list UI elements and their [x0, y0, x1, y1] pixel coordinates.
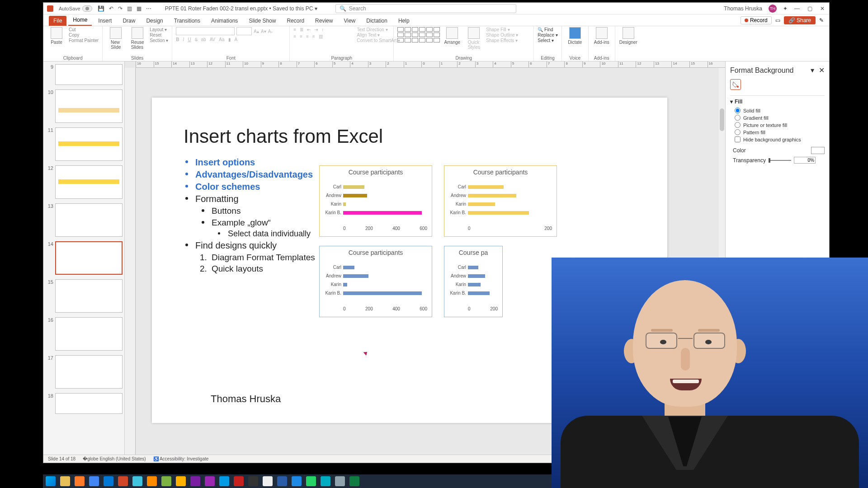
align-right-button[interactable]: ≡: [306, 34, 309, 39]
taskbar-app[interactable]: [147, 476, 157, 486]
italic-button[interactable]: I: [183, 37, 184, 42]
taskbar-app[interactable]: [75, 476, 85, 486]
search-input[interactable]: 🔍 Search: [335, 4, 516, 13]
accessibility-status[interactable]: ♿ Accessibility: Investigate: [153, 456, 209, 461]
thumbnail-10[interactable]: [55, 89, 123, 123]
quick-styles-button[interactable]: Quick Styles: [464, 27, 483, 50]
author-text[interactable]: Thomas Hruska: [211, 393, 281, 405]
pane-close-icon[interactable]: ✕: [819, 66, 825, 75]
align-center-button[interactable]: ≡: [300, 34, 302, 39]
taskbar-app[interactable]: [132, 476, 142, 486]
underline-button[interactable]: U: [188, 37, 191, 42]
user-name[interactable]: Thomas Hruska: [724, 5, 762, 12]
chart[interactable]: Course participantsCarlAndrewKarinKarin …: [444, 165, 557, 237]
close-button[interactable]: ✕: [819, 5, 826, 12]
numbering-button[interactable]: ≣: [300, 27, 303, 32]
reset-button[interactable]: Reset: [150, 33, 168, 38]
chart[interactable]: Course participantsCarlAndrewKarinKarin …: [319, 246, 432, 317]
thumbnail-9[interactable]: [55, 64, 123, 85]
spacing-button[interactable]: AV: [210, 37, 216, 42]
thumbnail-15[interactable]: [55, 279, 123, 313]
reuse-slides-button[interactable]: Reuse Slides: [128, 27, 147, 50]
shape-outline-button[interactable]: Shape Outline ▾: [486, 33, 518, 38]
picture-fill-radio[interactable]: Picture or texture fill: [735, 122, 825, 128]
slide-thumbnails[interactable]: 9101112131415161718: [43, 61, 125, 455]
thumbnail-16[interactable]: [55, 317, 123, 351]
thumbnail-12[interactable]: [55, 165, 123, 199]
gradient-fill-radio[interactable]: Gradient fill: [735, 115, 825, 121]
cut-button[interactable]: Cut: [69, 27, 99, 32]
format-painter-button[interactable]: Format Painter: [69, 38, 99, 43]
thumbnail-11[interactable]: [55, 127, 123, 161]
taskbar-app[interactable]: [104, 476, 113, 486]
new-slide-button[interactable]: New Slide: [106, 27, 125, 50]
tab-dictation[interactable]: Dictation: [362, 16, 392, 26]
shape-effects-button[interactable]: Shape Effects ▾: [486, 38, 518, 43]
find-button[interactable]: 🔍 Find: [538, 27, 557, 32]
taskbar-app[interactable]: [335, 476, 345, 486]
document-title[interactable]: PPTE 01 Roter Faden 002-2 transl en.pptx…: [165, 5, 317, 12]
taskbar-app[interactable]: [248, 476, 258, 486]
line-spacing-button[interactable]: ↕: [321, 27, 324, 32]
taskbar-app[interactable]: [292, 476, 302, 486]
thumbnail-13[interactable]: [55, 203, 123, 237]
qat-btn[interactable]: ▥: [127, 5, 132, 12]
taskbar-app[interactable]: [161, 476, 171, 486]
taskbar-app[interactable]: [277, 476, 287, 486]
tab-file[interactable]: File: [49, 16, 66, 26]
indent-inc-button[interactable]: ⇥: [314, 27, 318, 32]
taskbar-app[interactable]: [89, 476, 99, 486]
shapes-gallery[interactable]: [397, 27, 440, 42]
transparency-slider[interactable]: [769, 160, 791, 161]
tab-draw[interactable]: Draw: [118, 16, 140, 26]
undo-icon[interactable]: ↶: [109, 5, 113, 12]
qat-more[interactable]: ⋯: [146, 5, 151, 12]
grow-font-icon[interactable]: A▴: [254, 29, 259, 34]
solid-fill-radio[interactable]: Solid fill: [735, 108, 825, 113]
chart[interactable]: Course paCarlAndrewKarinKarin B.0200: [444, 246, 503, 317]
addins-button[interactable]: Add-ins: [592, 27, 611, 45]
section-button[interactable]: Section ▾: [150, 38, 168, 43]
shrink-font-icon[interactable]: A▾: [261, 29, 266, 34]
chart[interactable]: Course participantsCarlAndrewKarinKarin …: [319, 165, 432, 237]
smartart-button[interactable]: Convert to SmartArt ▾: [357, 38, 400, 43]
font-size[interactable]: [236, 27, 252, 35]
text-direction-button[interactable]: Text Direction ▾: [357, 27, 400, 32]
maximize-button[interactable]: ▢: [807, 5, 813, 12]
highlight-button[interactable]: ▮: [228, 37, 231, 42]
designer-button[interactable]: Designer: [619, 27, 638, 45]
tab-insert[interactable]: Insert: [94, 16, 116, 26]
save-icon[interactable]: 💾: [98, 5, 104, 12]
taskbar-app[interactable]: [190, 476, 200, 486]
columns-button[interactable]: ▥: [319, 34, 323, 39]
thumbnail-17[interactable]: [55, 355, 123, 389]
slide-title[interactable]: Insert charts from Excel: [184, 126, 383, 147]
transparency-input[interactable]: [794, 157, 816, 164]
taskbar-app[interactable]: [234, 476, 244, 486]
tab-animations[interactable]: Animations: [207, 16, 242, 26]
case-button[interactable]: Aa: [219, 37, 224, 42]
dictate-button[interactable]: Dictate: [566, 27, 585, 45]
redo-icon[interactable]: ↷: [118, 5, 123, 12]
language-status[interactable]: �globe English (United States): [83, 456, 146, 461]
taskbar-excel[interactable]: [349, 476, 359, 486]
taskbar-app[interactable]: [321, 476, 330, 486]
copy-button[interactable]: Copy: [69, 33, 99, 38]
layout-button[interactable]: Layout ▾: [150, 27, 168, 32]
comments-icon[interactable]: ✎: [819, 17, 824, 23]
slide-counter[interactable]: Slide 14 of 18: [48, 456, 75, 461]
arrange-button[interactable]: Arrange: [443, 27, 462, 45]
slide-body[interactable]: Insert options Advantages/Disadvantages …: [184, 156, 315, 275]
tab-help[interactable]: Help: [394, 16, 414, 26]
tab-review[interactable]: Review: [311, 16, 337, 26]
tab-slideshow[interactable]: Slide Show: [244, 16, 280, 26]
thumbnail-18[interactable]: [55, 393, 123, 414]
indent-dec-button[interactable]: ⇤: [307, 27, 311, 32]
coming-soon-icon[interactable]: ✦: [783, 5, 788, 12]
taskbar-powerpoint[interactable]: [118, 476, 128, 486]
start-button[interactable]: [46, 476, 56, 486]
shape-fill-button[interactable]: Shape Fill ▾: [486, 27, 518, 32]
bold-button[interactable]: B: [176, 37, 179, 42]
taskbar-app[interactable]: [263, 476, 273, 486]
share-button[interactable]: 🔗 Share: [784, 16, 816, 24]
